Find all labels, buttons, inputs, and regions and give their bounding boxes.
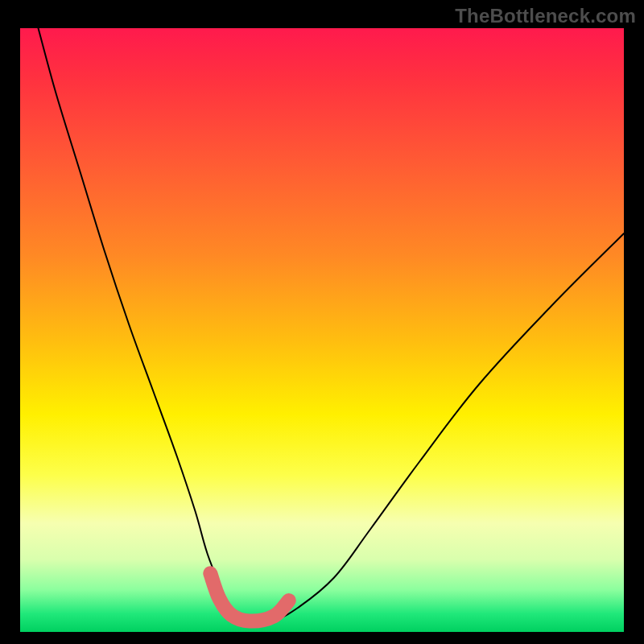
optimal-range-marker [210, 573, 289, 621]
watermark-text: TheBottleneck.com [455, 5, 636, 27]
curve-layer [20, 28, 624, 632]
plot-frame [20, 28, 624, 632]
chart-container: TheBottleneck.com [0, 0, 644, 644]
bottleneck-curve [39, 28, 625, 621]
plot-area [20, 28, 624, 632]
